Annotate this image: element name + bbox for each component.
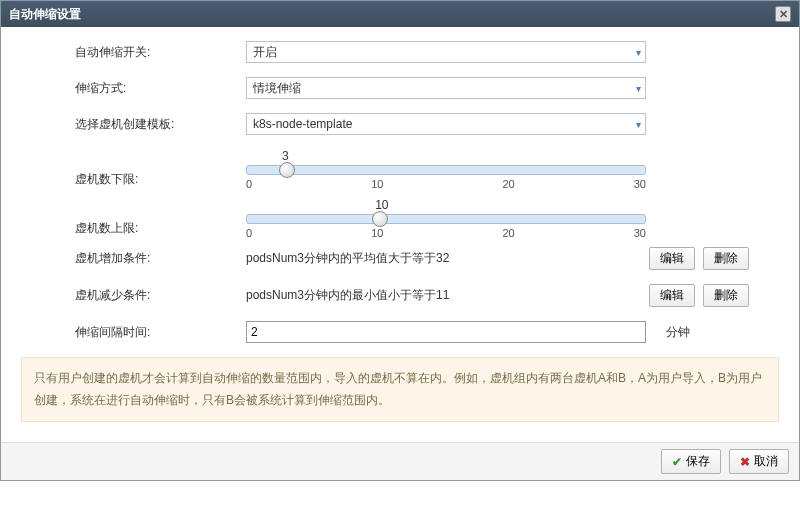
tick: 20 [502, 227, 514, 239]
slider-max-thumb[interactable] [372, 211, 388, 227]
chevron-down-icon: ▾ [636, 119, 641, 130]
dialog-body: 自动伸缩开关: 开启 ▾ 伸缩方式: 情境伸缩 ▾ 选择虚机创建模板: [1, 27, 799, 442]
save-button-label: 保存 [686, 453, 710, 470]
dialog-footer: ✔ 保存 ✖ 取消 [1, 442, 799, 480]
save-button[interactable]: ✔ 保存 [661, 449, 721, 474]
select-template-value: k8s-node-template [253, 117, 352, 131]
slider-min-ticks: 0 10 20 30 [246, 178, 646, 190]
row-switch: 自动伸缩开关: 开启 ▾ [21, 41, 779, 63]
rule-add-text: podsNum3分钟内的平均值大于等于32 [246, 250, 449, 267]
rule-del-text: podsNum3分钟内的最小值小于等于11 [246, 287, 449, 304]
row-rule-del: 虚机减少条件: podsNum3分钟内的最小值小于等于11 编辑 删除 [21, 284, 779, 307]
titlebar: 自动伸缩设置 ✕ [1, 1, 799, 27]
label-rule-del: 虚机减少条件: [21, 287, 246, 304]
label-interval: 伸缩间隔时间: [21, 324, 246, 341]
slider-max-value: 10 [246, 198, 646, 212]
close-icon[interactable]: ✕ [775, 6, 791, 22]
slider-min: 3 0 10 20 30 [246, 149, 646, 190]
label-max: 虚机数上限: [21, 198, 246, 237]
row-min: 虚机数下限: 3 0 10 20 30 [21, 149, 779, 190]
interval-unit: 分钟 [666, 324, 690, 341]
edit-rule-del-button[interactable]: 编辑 [649, 284, 695, 307]
select-template[interactable]: k8s-node-template ▾ [246, 113, 646, 135]
cancel-button-label: 取消 [754, 453, 778, 470]
select-switch-value: 开启 [253, 44, 277, 61]
tick: 30 [634, 178, 646, 190]
label-rule-add: 虚机增加条件: [21, 250, 246, 267]
label-mode: 伸缩方式: [21, 80, 246, 97]
select-mode-value: 情境伸缩 [253, 80, 301, 97]
row-rule-add: 虚机增加条件: podsNum3分钟内的平均值大于等于32 编辑 删除 [21, 247, 779, 270]
label-template: 选择虚机创建模板: [21, 116, 246, 133]
slider-max-ticks: 0 10 20 30 [246, 227, 646, 239]
slider-max-track[interactable] [246, 214, 646, 224]
tick: 0 [246, 227, 252, 239]
label-switch: 自动伸缩开关: [21, 44, 246, 61]
slider-min-thumb[interactable] [279, 162, 295, 178]
select-switch[interactable]: 开启 ▾ [246, 41, 646, 63]
select-mode[interactable]: 情境伸缩 ▾ [246, 77, 646, 99]
row-mode: 伸缩方式: 情境伸缩 ▾ [21, 77, 779, 99]
check-icon: ✔ [672, 455, 682, 469]
tick: 10 [371, 227, 383, 239]
tick: 30 [634, 227, 646, 239]
slider-min-track[interactable] [246, 165, 646, 175]
row-interval: 伸缩间隔时间: 分钟 [21, 321, 779, 343]
tick: 10 [371, 178, 383, 190]
cross-icon: ✖ [740, 455, 750, 469]
chevron-down-icon: ▾ [636, 47, 641, 58]
dialog-title: 自动伸缩设置 [9, 6, 81, 23]
slider-max: 10 0 10 20 30 [246, 198, 646, 239]
autoscale-dialog: 自动伸缩设置 ✕ 自动伸缩开关: 开启 ▾ 伸缩方式: 情境伸缩 ▾ 选择虚机 [0, 0, 800, 481]
edit-rule-add-button[interactable]: 编辑 [649, 247, 695, 270]
info-panel: 只有用户创建的虚机才会计算到自动伸缩的数量范围内，导入的虚机不算在内。例如，虚机… [21, 357, 779, 422]
interval-input[interactable] [246, 321, 646, 343]
cancel-button[interactable]: ✖ 取消 [729, 449, 789, 474]
tick: 20 [502, 178, 514, 190]
row-max: 虚机数上限: 10 0 10 20 30 [21, 198, 779, 239]
delete-rule-add-button[interactable]: 删除 [703, 247, 749, 270]
slider-min-value: 3 [246, 149, 646, 163]
label-min: 虚机数下限: [21, 149, 246, 188]
row-template: 选择虚机创建模板: k8s-node-template ▾ [21, 113, 779, 135]
delete-rule-del-button[interactable]: 删除 [703, 284, 749, 307]
chevron-down-icon: ▾ [636, 83, 641, 94]
tick: 0 [246, 178, 252, 190]
